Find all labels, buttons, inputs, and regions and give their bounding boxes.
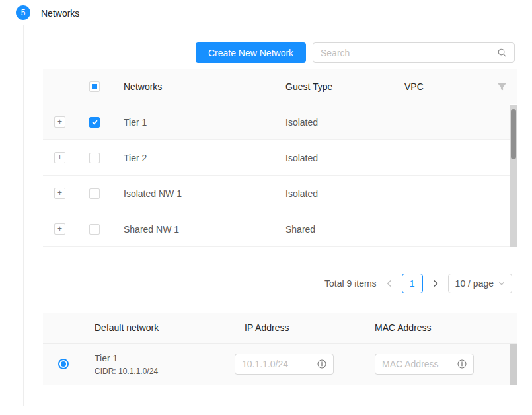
scrollbar-thumb[interactable] (511, 109, 516, 159)
column-header-default-network: Default network (77, 322, 235, 333)
step-connector-line (23, 25, 24, 406)
expand-row-button[interactable]: + (54, 116, 65, 128)
column-header-guest-type: Guest Type (274, 81, 393, 92)
table-row[interactable]: + Isolated NW 1 Isolated (43, 176, 510, 211)
table-row[interactable]: + Tier 1 Isolated (43, 104, 510, 140)
row-checkbox[interactable] (89, 117, 100, 128)
row-checkbox[interactable] (89, 153, 100, 163)
filter-icon[interactable] (497, 82, 507, 92)
pagination: Total 9 items 1 10 / page (324, 273, 512, 294)
ip-address-input[interactable] (242, 359, 317, 369)
table-row[interactable]: + Tier 2 Isolated (43, 140, 510, 176)
ip-address-field[interactable] (235, 354, 334, 375)
search-box[interactable] (313, 42, 515, 63)
column-header-vpc: VPC (393, 81, 506, 92)
guest-type: Shared (274, 224, 393, 235)
default-network-table: Default network IP Address MAC Address T… (43, 313, 517, 385)
column-header-mac-address: MAC Address (375, 322, 517, 333)
table-row[interactable]: Tier 1 CIDR: 10.1.1.0/24 (43, 344, 510, 385)
networks-table-header: Networks Guest Type VPC (43, 69, 517, 104)
network-name: Tier 1 (112, 117, 274, 128)
network-name: Tier 2 (112, 153, 274, 163)
search-icon[interactable] (497, 48, 507, 57)
network-name: Tier 1 (95, 352, 235, 365)
next-page-button[interactable] (428, 276, 443, 291)
column-header-ip-address: IP Address (235, 322, 375, 333)
network-name: Shared NW 1 (112, 224, 274, 235)
info-icon[interactable] (317, 359, 326, 369)
mac-address-input[interactable] (382, 359, 457, 369)
create-new-network-button[interactable]: Create New Network (196, 42, 306, 63)
chevron-down-icon (498, 280, 505, 287)
search-input[interactable] (321, 48, 497, 58)
mac-address-field[interactable] (375, 354, 474, 375)
vertical-scrollbar[interactable] (510, 344, 517, 385)
expand-row-button[interactable]: + (54, 152, 65, 163)
step-title: Networks (41, 8, 79, 19)
select-all-checkbox[interactable] (89, 81, 100, 92)
page-number-button[interactable]: 1 (402, 274, 423, 293)
chevron-left-icon (386, 280, 393, 287)
network-cidr: CIDR: 10.1.1.0/24 (95, 367, 235, 376)
guest-type: Isolated (274, 117, 393, 128)
row-checkbox[interactable] (89, 188, 100, 199)
network-name: Isolated NW 1 (112, 188, 274, 199)
check-icon (91, 118, 98, 126)
expand-row-button[interactable]: + (54, 188, 65, 199)
info-icon[interactable] (457, 359, 467, 369)
guest-type: Isolated (274, 153, 393, 163)
table-row[interactable]: + Shared NW 1 Shared (43, 211, 510, 247)
expand-row-button[interactable]: + (54, 223, 65, 235)
networks-table: Networks Guest Type VPC + Tier 1 Isolate… (43, 69, 517, 247)
step-number-badge: 5 (16, 5, 30, 20)
row-checkbox[interactable] (89, 224, 100, 235)
default-network-radio[interactable] (58, 359, 69, 369)
previous-page-button[interactable] (382, 276, 397, 291)
chevron-right-icon (432, 280, 439, 287)
vertical-scrollbar[interactable] (510, 105, 517, 247)
column-header-networks: Networks (112, 81, 274, 92)
page-size-select[interactable]: 10 / page (448, 274, 512, 293)
default-network-table-header: Default network IP Address MAC Address (43, 313, 517, 344)
page-size-value: 10 / page (455, 278, 494, 289)
pagination-total: Total 9 items (324, 278, 377, 289)
guest-type: Isolated (274, 188, 393, 199)
